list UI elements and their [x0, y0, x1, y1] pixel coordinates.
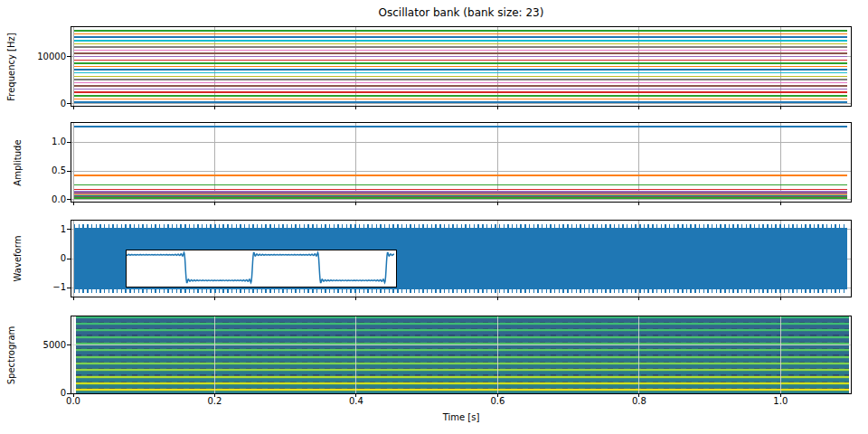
spectrogram-axis-label: Spectrogram: [6, 301, 19, 410]
amplitude-line: [74, 175, 847, 176]
frequency-line: [74, 30, 847, 32]
frequency-line: [74, 56, 847, 58]
grid-line-horizontal: [71, 142, 851, 143]
harmonic-line: [76, 336, 849, 338]
inset-square-wave: [127, 250, 394, 285]
waveform-inset: [126, 250, 397, 288]
frequency-line: [74, 79, 847, 80]
frequency-line: [74, 72, 847, 74]
x-tick-mark: [73, 203, 74, 205]
harmonic-line: [76, 323, 849, 325]
chart-title: Oscillator bank (bank size: 23): [280, 6, 642, 19]
harmonic-line: [76, 356, 849, 358]
x-tick-label: 1.0: [765, 396, 796, 406]
harmonic-line: [76, 329, 849, 331]
x-tick-mark: [780, 203, 781, 205]
grid-line-horizontal: [71, 344, 851, 345]
amplitude-line: [74, 197, 847, 199]
amplitude-line: [74, 126, 847, 127]
frequency-line: [74, 69, 847, 71]
grid-line-horizontal: [71, 171, 851, 172]
grid-line-vertical: [355, 316, 356, 393]
x-tick-label: 0.6: [482, 396, 513, 406]
frequency-line: [74, 50, 847, 52]
x-tick-mark: [73, 107, 74, 109]
grid-line-vertical: [780, 316, 781, 393]
y-tick-mark: [67, 103, 71, 104]
harmonic-line: [76, 382, 849, 384]
harmonic-line: [76, 389, 849, 391]
y-tick-mark: [67, 171, 71, 172]
x-tick-label: 0.2: [199, 396, 230, 406]
harmonic-line: [76, 376, 849, 378]
y-tick-label: 10000: [24, 52, 66, 62]
frequency-line: [74, 40, 847, 42]
x-tick-mark: [73, 297, 74, 300]
x-axis-label: Time [s]: [371, 412, 552, 422]
y-tick-mark: [67, 229, 71, 230]
y-tick-mark: [67, 393, 71, 394]
frequency-line: [74, 33, 847, 35]
frequency-line: [74, 101, 847, 103]
y-tick-label: 1: [24, 224, 66, 235]
grid-line-horizontal: [71, 393, 851, 394]
y-tick-mark: [67, 259, 71, 259]
x-tick-label: 0.0: [58, 396, 89, 406]
frequency-line: [74, 76, 847, 78]
x-tick-mark: [638, 107, 639, 109]
x-tick-mark: [214, 297, 215, 300]
grid-line-vertical: [73, 316, 74, 393]
amplitude-line: [74, 184, 847, 186]
y-tick-mark: [67, 199, 71, 200]
x-tick-label: 0.4: [341, 396, 372, 406]
frequency-line: [74, 82, 847, 84]
x-tick-label: 0.8: [624, 396, 655, 406]
y-tick-label: 1.0: [24, 137, 66, 147]
frequency-line: [74, 36, 847, 38]
frequency-line: [74, 52, 847, 54]
harmonic-line: [76, 349, 849, 351]
amplitude-line: [74, 189, 847, 191]
y-tick-mark: [67, 288, 71, 288]
frequency-plot: [71, 26, 852, 107]
x-tick-mark: [497, 107, 498, 109]
waveform-bottom-ripple: [74, 289, 847, 293]
waveform-top-ripple: [74, 224, 847, 228]
frequency-line: [74, 89, 847, 90]
frequency-line: [74, 99, 847, 100]
x-tick-mark: [638, 203, 639, 205]
y-tick-label: 0.5: [24, 165, 66, 176]
frequency-axis-label: Frequency [Hz]: [6, 13, 19, 121]
y-tick-label: 0.0: [24, 194, 66, 205]
frequency-line: [74, 85, 847, 87]
y-tick-label: 0: [24, 99, 66, 109]
x-tick-mark: [638, 297, 639, 300]
x-tick-mark: [214, 107, 215, 109]
frequency-line: [74, 95, 847, 97]
harmonic-line: [76, 316, 849, 318]
harmonic-line: [76, 369, 849, 371]
x-tick-mark: [355, 203, 356, 205]
x-tick-mark: [214, 203, 215, 205]
x-tick-mark: [355, 297, 356, 300]
y-tick-label: 5000: [24, 340, 66, 351]
frequency-line: [74, 43, 847, 45]
frequency-line: [74, 46, 847, 48]
grid-line-vertical: [214, 316, 215, 393]
x-tick-mark: [497, 203, 498, 205]
y-tick-mark: [67, 344, 71, 345]
y-tick-label: −1: [24, 282, 66, 293]
frequency-line: [74, 66, 847, 68]
grid-line-vertical: [497, 316, 498, 393]
y-tick-mark: [67, 142, 71, 143]
spectrogram-plot: [71, 316, 852, 394]
spectrogram-right-pad: [849, 316, 852, 393]
frequency-line: [74, 91, 847, 93]
frequency-line: [74, 60, 847, 61]
x-tick-mark: [780, 297, 781, 300]
x-tick-mark: [355, 107, 356, 109]
grid-line-horizontal: [71, 103, 851, 104]
y-tick-label: 0: [24, 253, 66, 264]
y-tick-mark: [67, 56, 71, 57]
frequency-line: [74, 62, 847, 64]
